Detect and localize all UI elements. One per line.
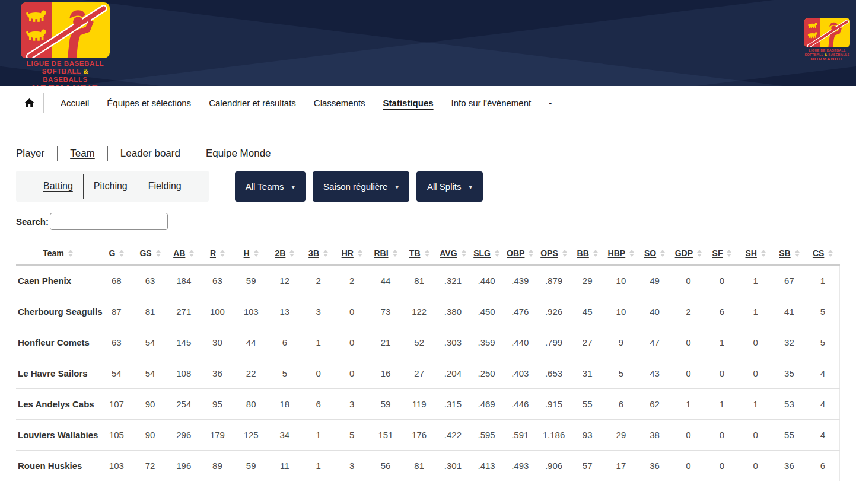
chevron-down-icon: ▾ xyxy=(469,183,473,190)
column-header-tb[interactable]: TB xyxy=(402,243,436,265)
sort-up-down-icon xyxy=(289,250,294,257)
table-row-le-havre-sailors: Le Havre Sailors545410836225001627.204.2… xyxy=(16,358,840,388)
tab-pitching[interactable]: Pitching xyxy=(94,181,128,192)
column-header-slg[interactable]: SLG xyxy=(470,243,504,265)
stat-cell: 5 xyxy=(268,358,302,388)
stat-cell: .321 xyxy=(436,265,470,296)
team-name-cell: Les Andelys Cabs xyxy=(16,388,100,419)
column-header-3b[interactable]: 3B xyxy=(301,243,335,265)
stat-cell: .204 xyxy=(436,358,470,388)
nav-item-calendrier-et-resultats[interactable]: Calendrier et résultats xyxy=(200,98,305,108)
column-header-avg[interactable]: AVG xyxy=(436,243,470,265)
column-header-ab[interactable]: AB xyxy=(167,243,201,265)
stat-cell: 0 xyxy=(335,296,369,327)
column-header-sh[interactable]: SH xyxy=(739,243,772,265)
search-input[interactable] xyxy=(50,213,168,230)
column-header-inner: 3B xyxy=(308,248,328,258)
sort-up-down-icon xyxy=(562,250,567,257)
sort-desc-icon xyxy=(795,254,800,257)
column-header-hr[interactable]: HR xyxy=(335,243,369,265)
tab-leader-board[interactable]: Leader board xyxy=(120,148,180,160)
column-header-2b[interactable]: 2B xyxy=(268,243,302,265)
sort-asc-icon xyxy=(220,250,225,253)
stat-cell: 119 xyxy=(402,388,436,419)
tab-fielding[interactable]: Fielding xyxy=(148,181,182,192)
sort-desc-icon xyxy=(629,254,634,257)
sort-up-down-icon xyxy=(462,250,466,257)
table-header-row: TeamGGSABRH2B3BHRRBITBAVGSLGOBPOPSBBHBPS… xyxy=(16,243,840,265)
all-splits-dropdown[interactable]: All Splits▾ xyxy=(416,171,483,202)
team-name-cell: Honfleur Comets xyxy=(16,327,100,358)
stat-cell: 103 xyxy=(234,296,268,327)
nav-item-item[interactable]: - xyxy=(540,98,561,108)
sort-up-down-icon xyxy=(119,250,124,257)
column-header-bb[interactable]: BB xyxy=(571,243,604,265)
tab-batting[interactable]: Batting xyxy=(43,181,73,192)
logo-text-line1: LIGUE DE BASEBALL xyxy=(21,60,110,68)
column-header-sf[interactable]: SF xyxy=(705,243,739,265)
tab-equipe-monde[interactable]: Equipe Monde xyxy=(206,148,271,160)
saison-reguliere-dropdown[interactable]: Saison régulière▾ xyxy=(313,171,409,202)
column-header-inner: SB xyxy=(779,248,799,258)
column-header-inner: SH xyxy=(745,248,765,258)
sort-desc-icon xyxy=(156,254,161,257)
column-header-cs[interactable]: CS xyxy=(806,243,840,265)
nav-item-equipes-et-selections[interactable]: Équipes et sélections xyxy=(98,98,200,108)
stat-cell: 100 xyxy=(201,296,234,327)
logo-text-line3: NORMANDIE xyxy=(804,56,850,62)
column-header-rbi[interactable]: RBI xyxy=(369,243,403,265)
league-logo-right: LIGUE DE BASEBALL SOFTBALL & BASEBALLS N… xyxy=(804,18,850,62)
column-header-gs[interactable]: GS xyxy=(133,243,167,265)
tab-team[interactable]: Team xyxy=(70,148,95,160)
nav-item-info-sur-l-evenement[interactable]: Info sur l'événement xyxy=(443,98,540,108)
column-label: HR xyxy=(342,248,354,258)
tab-player[interactable]: Player xyxy=(16,148,44,160)
sort-asc-icon xyxy=(68,250,73,253)
column-header-inner: CS xyxy=(813,248,833,258)
column-label: OPS xyxy=(540,248,558,258)
column-header-ops[interactable]: OPS xyxy=(537,243,571,265)
stat-cell: 145 xyxy=(167,327,201,358)
column-label: RBI xyxy=(374,248,388,258)
column-header-hbp[interactable]: HBP xyxy=(604,243,638,265)
stat-cell: .799 xyxy=(537,327,571,358)
nav-item-classements[interactable]: Classements xyxy=(305,98,374,108)
team-name-cell: Louviers Wallabies xyxy=(16,419,100,450)
sort-up-down-icon xyxy=(393,250,397,257)
stat-cell: 6 xyxy=(301,388,335,419)
column-label: GS xyxy=(139,248,151,258)
column-header-inner: R xyxy=(210,248,225,258)
stat-cell: 49 xyxy=(638,265,672,296)
stat-cell: .403 xyxy=(503,358,537,388)
all-teams-dropdown[interactable]: All Teams▾ xyxy=(235,171,306,202)
column-header-r[interactable]: R xyxy=(201,243,234,265)
search-label: Search: xyxy=(16,216,49,227)
stat-cell: 54 xyxy=(100,358,133,388)
sort-asc-icon xyxy=(323,250,328,253)
column-header-so[interactable]: SO xyxy=(638,243,672,265)
stat-cell: 125 xyxy=(234,419,268,450)
column-label: HBP xyxy=(608,248,626,258)
stat-cell: 43 xyxy=(638,358,672,388)
stat-cell: 1 xyxy=(705,388,739,419)
home-icon xyxy=(24,97,35,109)
stat-cell: 3 xyxy=(301,296,335,327)
column-header-gdp[interactable]: GDP xyxy=(672,243,705,265)
table-row-louviers-wallabies: Louviers Wallabies1059029617912534151511… xyxy=(16,419,840,450)
stat-cell: 108 xyxy=(167,358,201,388)
baseball-batter-logo-icon xyxy=(21,2,110,58)
nav-item-accueil[interactable]: Accueil xyxy=(52,98,98,108)
statistics-page: PlayerTeamLeader boardEquipe Monde Batti… xyxy=(0,146,856,481)
stat-cell: 4 xyxy=(806,419,840,450)
column-header-inner: OBP xyxy=(507,248,533,258)
column-header-h[interactable]: H xyxy=(234,243,268,265)
column-header-team[interactable]: Team xyxy=(16,243,100,265)
stat-cell: 18 xyxy=(268,388,302,419)
tab-divider xyxy=(193,146,193,161)
nav-item-statistiques[interactable]: Statistiques xyxy=(374,98,443,108)
column-header-obp[interactable]: OBP xyxy=(503,243,537,265)
home-button[interactable] xyxy=(24,97,35,109)
column-header-sb[interactable]: SB xyxy=(772,243,806,265)
column-header-g[interactable]: G xyxy=(100,243,133,265)
stat-cell: 0 xyxy=(705,358,739,388)
